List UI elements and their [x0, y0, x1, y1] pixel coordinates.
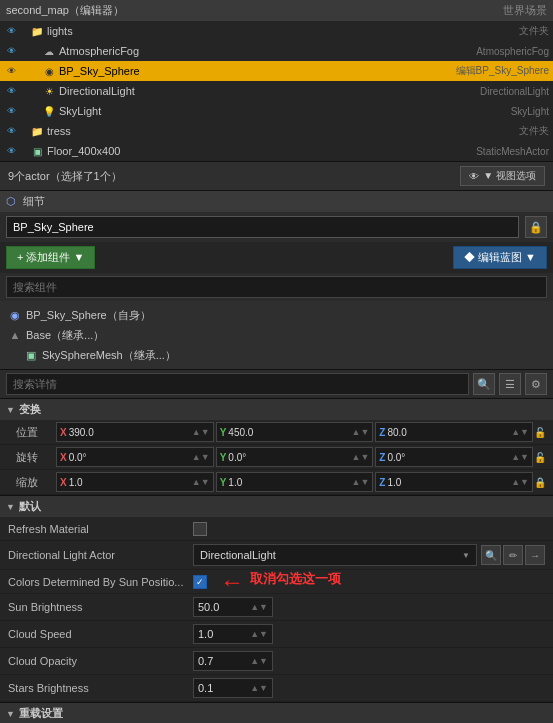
visibility-icon-floor[interactable]: 👁	[4, 144, 18, 158]
outliner-item-dirlight[interactable]: 👁 ☀ DirectionalLight DirectionalLight	[0, 81, 553, 101]
cloud-speed-field[interactable]: 1.0 ▲▼	[193, 624, 273, 644]
dirlight-nav-btn[interactable]: →	[525, 545, 545, 565]
eye-icon-view: 👁	[469, 171, 479, 182]
scale-z-val: 1.0	[387, 477, 509, 488]
filter-icon-btn[interactable]: ☰	[499, 373, 521, 395]
prop-label-dirlight-actor: Directional Light Actor	[8, 549, 193, 561]
scale-y-val: 1.0	[228, 477, 349, 488]
comp-label-base: Base（继承...）	[26, 328, 104, 343]
override-section-title: 重载设置	[19, 706, 63, 721]
position-z-field[interactable]: Z 80.0 ▲▼	[375, 422, 533, 442]
comp-item-base[interactable]: ▲ Base（继承...）	[0, 325, 553, 345]
dirlight-icon: ☀	[42, 84, 56, 98]
lock-button[interactable]: 🔒	[525, 216, 547, 238]
position-label: 位置	[16, 425, 56, 440]
search-components-input[interactable]	[6, 276, 547, 298]
position-x-arr: ▲▼	[192, 427, 210, 437]
search-details-input[interactable]	[6, 373, 469, 395]
outliner-item-skylight[interactable]: 👁 💡 SkyLight SkyLight	[0, 101, 553, 121]
outliner-item-floor[interactable]: 👁 ▣ Floor_400x400 StaticMeshActor	[0, 141, 553, 161]
visibility-icon-fog[interactable]: 👁	[4, 44, 18, 58]
prop-value-cloud-speed: 1.0 ▲▼	[193, 624, 545, 644]
rotation-z-label: Z	[379, 452, 385, 463]
rotation-label: 旋转	[16, 450, 56, 465]
dirlight-pick-btn[interactable]: ✏	[503, 545, 523, 565]
item-type-lights: 文件夹	[511, 24, 549, 38]
item-type-floor: StaticMeshActor	[468, 146, 549, 157]
scale-x-arr: ▲▼	[192, 477, 210, 487]
comp-icon-skymesh: ▣	[24, 348, 38, 362]
prop-value-cloud-opacity: 0.7 ▲▼	[193, 651, 545, 671]
prop-label-refresh-material: Refresh Material	[8, 523, 193, 535]
comp-item-self[interactable]: ◉ BP_Sky_Sphere（自身）	[0, 305, 553, 325]
position-z-arr: ▲▼	[511, 427, 529, 437]
visibility-icon-lights[interactable]: 👁	[4, 24, 18, 38]
cloud-opacity-field[interactable]: 0.7 ▲▼	[193, 651, 273, 671]
scale-z-field[interactable]: Z 1.0 ▲▼	[375, 472, 533, 492]
item-label-skylight: SkyLight	[59, 105, 503, 117]
position-z-val: 80.0	[387, 427, 509, 438]
prop-row-sun-brightness: Sun Brightness 50.0 ▲▼	[0, 594, 553, 621]
view-btn-label: ▼ 视图选项	[483, 169, 536, 183]
rotation-fields: X 0.0° ▲▼ Y 0.0° ▲▼ Z 0.0° ▲▼	[56, 447, 533, 467]
prop-label-sun-colors: Colors Determined By Sun Positio...	[8, 576, 193, 588]
item-label-bpsky: BP_Sky_Sphere	[59, 65, 448, 77]
override-arrow: ▼	[6, 709, 15, 719]
scale-lock-icon: 🔒	[533, 477, 547, 488]
outliner-item-fog[interactable]: 👁 ☁ AtmosphericFog AtmosphericFog	[0, 41, 553, 61]
rotation-y-arr: ▲▼	[352, 452, 370, 462]
rotation-y-field[interactable]: Y 0.0° ▲▼	[216, 447, 374, 467]
comp-item-skymesh[interactable]: ▣ SkySphereMesh（继承...）	[0, 345, 553, 365]
default-section-header[interactable]: ▼ 默认	[0, 495, 553, 517]
edit-blueprint-button[interactable]: ◆ 编辑蓝图 ▼	[453, 246, 547, 269]
toolbar-row: + 添加组件 ▼ ◆ 编辑蓝图 ▼	[0, 242, 553, 273]
stars-brightness-arr: ▲▼	[250, 683, 268, 693]
position-x-label: X	[60, 427, 67, 438]
scale-z-label: Z	[379, 477, 385, 488]
visibility-icon-tress[interactable]: 👁	[4, 124, 18, 138]
bp-name-input[interactable]	[6, 216, 519, 238]
outliner-item-tress[interactable]: 👁 tress 文件夹	[0, 121, 553, 141]
item-label-tress: tress	[47, 125, 511, 137]
rotation-x-arr: ▲▼	[192, 452, 210, 462]
rotation-z-arr: ▲▼	[511, 452, 529, 462]
outliner-title: second_map（编辑器）	[6, 3, 124, 18]
outliner-right-label: 世界场景	[503, 3, 547, 18]
prop-row-stars-brightness: Stars Brightness 0.1 ▲▼	[0, 675, 553, 702]
component-tree: ◉ BP_Sky_Sphere（自身） ▲ Base（继承...） ▣ SkyS…	[0, 301, 553, 369]
override-section-header[interactable]: ▼ 重载设置	[0, 702, 553, 723]
position-fields: X 390.0 ▲▼ Y 450.0 ▲▼ Z 80.0 ▲▼	[56, 422, 533, 442]
rotation-z-field[interactable]: Z 0.0° ▲▼	[375, 447, 533, 467]
sun-colors-checkbox[interactable]: ✓	[193, 575, 207, 589]
details-panel: ⬡ 细节 🔒 + 添加组件 ▼ ◆ 编辑蓝图 ▼ ◉ BP_Sky_Sphere…	[0, 191, 553, 723]
scale-x-field[interactable]: X 1.0 ▲▼	[56, 472, 214, 492]
item-type-tress: 文件夹	[511, 124, 549, 138]
refresh-material-checkbox[interactable]	[193, 522, 207, 536]
visibility-icon-skylight[interactable]: 👁	[4, 104, 18, 118]
dirlight-actor-dropdown[interactable]: DirectionalLight ▼	[193, 544, 477, 566]
settings-icon-btn[interactable]: ⚙	[525, 373, 547, 395]
dirlight-actor-value: DirectionalLight	[200, 549, 458, 561]
scale-y-field[interactable]: Y 1.0 ▲▼	[216, 472, 374, 492]
scale-fields: X 1.0 ▲▼ Y 1.0 ▲▼ Z 1.0 ▲▼	[56, 472, 533, 492]
default-section-title: 默认	[19, 499, 41, 514]
sun-brightness-val: 50.0	[198, 601, 248, 613]
outliner-item-bpsky[interactable]: 👁 ◉ BP_Sky_Sphere 编辑BP_Sky_Sphere	[0, 61, 553, 81]
stars-brightness-field[interactable]: 0.1 ▲▼	[193, 678, 273, 698]
sun-brightness-field[interactable]: 50.0 ▲▼	[193, 597, 273, 617]
search-icon-btn[interactable]: 🔍	[473, 373, 495, 395]
position-x-field[interactable]: X 390.0 ▲▼	[56, 422, 214, 442]
stars-brightness-val: 0.1	[198, 682, 248, 694]
comp-icon-self: ◉	[8, 308, 22, 322]
outliner-item-lights[interactable]: 👁 lights 文件夹	[0, 21, 553, 41]
visibility-icon-dirlight[interactable]: 👁	[4, 84, 18, 98]
transform-section-header[interactable]: ▼ 变换	[0, 398, 553, 420]
add-component-button[interactable]: + 添加组件 ▼	[6, 246, 95, 269]
view-options-button[interactable]: 👁 ▼ 视图选项	[460, 166, 545, 186]
item-label-dirlight: DirectionalLight	[59, 85, 472, 97]
dirlight-search-btn[interactable]: 🔍	[481, 545, 501, 565]
rotation-x-field[interactable]: X 0.0° ▲▼	[56, 447, 214, 467]
visibility-icon-bpsky[interactable]: 👁	[4, 64, 18, 78]
position-y-field[interactable]: Y 450.0 ▲▼	[216, 422, 374, 442]
rotation-lock-icon: 🔓	[533, 452, 547, 463]
